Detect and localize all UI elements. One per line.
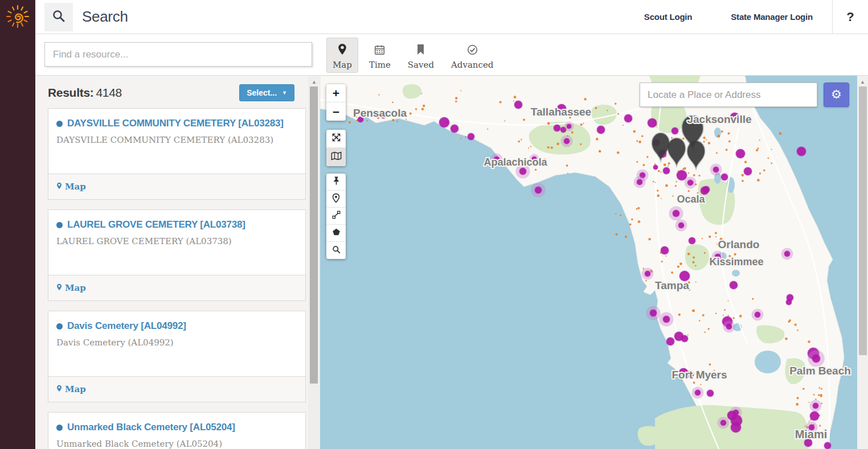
results-count: Results:4148: [48, 86, 122, 100]
city-label: Jacksonville: [687, 113, 751, 125]
expand-icon: [331, 133, 341, 145]
results-header: Results:4148 Select... ▼: [48, 84, 294, 101]
calendar-icon: [374, 42, 385, 55]
results-list: DAYSVILLE COMMUNITY CEMETERY [AL03283] D…: [48, 108, 306, 449]
tab-label: Map: [333, 60, 352, 70]
help-button[interactable]: ?: [833, 10, 868, 24]
result-card: LAUREL GROVE CEMETERY [AL03738] LAUREL G…: [48, 209, 306, 301]
tab-label: Advanced: [451, 60, 493, 70]
measure-icon: [332, 211, 341, 221]
folded-map-icon: [331, 151, 342, 163]
results-scrollbar-thumb[interactable]: [310, 86, 318, 384]
map-canvas[interactable]: PensacolaTallahasseeApalachicolaJacksonv…: [320, 76, 857, 449]
gear-icon: ⚙: [831, 89, 842, 101]
polygon-tool-button[interactable]: [326, 225, 346, 242]
tab-saved[interactable]: Saved: [402, 38, 440, 73]
map-control-group: [326, 174, 346, 259]
app-logo-sun-icon[interactable]: [5, 4, 30, 29]
result-title-link[interactable]: Davis Cemetery [AL04992]: [56, 320, 297, 332]
city-label: Orlando: [718, 238, 760, 250]
result-bullet-icon: [56, 222, 63, 228]
result-card-footer: Map: [48, 174, 306, 200]
result-subtitle: Davis Cemetery (AL04992): [56, 337, 297, 348]
result-card-footer: Map: [48, 376, 306, 402]
result-map-link[interactable]: Map: [56, 182, 86, 192]
scroll-up-arrow-icon[interactable]: ▲: [308, 76, 320, 85]
measure-tool-button[interactable]: [326, 208, 346, 225]
result-card: DAYSVILLE COMMUNITY CEMETERY [AL03283] D…: [48, 108, 306, 200]
caret-down-icon: ▼: [282, 90, 287, 96]
basemap-button[interactable]: [326, 148, 346, 166]
toolbar-row: Map Time Saved Advanced: [35, 34, 868, 76]
map-control-group: +−: [326, 84, 346, 121]
header-search-button[interactable]: [44, 3, 73, 31]
result-title-link[interactable]: LAUREL GROVE CEMETERY [AL03738]: [56, 219, 297, 230]
results-scrollbar[interactable]: ▲: [308, 76, 320, 449]
results-panel: Results:4148 Select... ▼ DAYSVILLE COMMU…: [35, 76, 308, 449]
zoom-in-button[interactable]: +: [326, 84, 346, 102]
result-subtitle: Unmarked Black Cemetery (AL05204): [56, 439, 297, 449]
result-bullet-icon: [56, 323, 63, 329]
app-root: Search Scout Login State Manager Login ?…: [0, 0, 868, 449]
locate-settings-button[interactable]: ⚙: [824, 83, 849, 107]
tab-label: Saved: [408, 60, 434, 70]
city-label: Fort Myers: [672, 369, 727, 381]
header-actions: Scout Login State Manager Login ?: [625, 0, 868, 34]
result-card-body: Unmarked Black Cemetery [AL05204] Unmark…: [48, 412, 306, 449]
city-label: Tampa: [655, 279, 689, 291]
result-title-link[interactable]: Unmarked Black Cemetery [AL05204]: [56, 422, 297, 433]
tab-label: Time: [369, 60, 391, 70]
result-map-link[interactable]: Map: [56, 283, 86, 293]
tab-map[interactable]: Map: [326, 38, 358, 73]
pushpin-tool-button[interactable]: [326, 174, 346, 191]
zoom-out-button[interactable]: −: [326, 102, 346, 121]
magnifier-small-icon: [332, 245, 341, 256]
check-circle-icon: [467, 42, 478, 55]
view-tabs: Map Time Saved Advanced: [326, 38, 499, 73]
find-resource-input[interactable]: [44, 42, 312, 67]
city-label: Palm Beach: [789, 365, 851, 377]
tab-time[interactable]: Time: [363, 38, 397, 73]
search-area-button[interactable]: [326, 242, 346, 259]
city-label: Pensacola: [353, 107, 407, 119]
city-label: Kissimmee: [709, 256, 763, 267]
result-map-link[interactable]: Map: [56, 384, 86, 394]
result-title-link[interactable]: DAYSVILLE COMMUNITY CEMETERY [AL03283]: [56, 118, 297, 129]
scout-login-link[interactable]: Scout Login: [625, 12, 711, 22]
result-card-body: LAUREL GROVE CEMETERY [AL03738] LAUREL G…: [48, 209, 306, 275]
search-icon: [52, 9, 65, 25]
select-button[interactable]: Select... ▼: [239, 84, 294, 101]
map-control-group: [326, 130, 346, 166]
map-pin-icon: [56, 182, 62, 192]
pushpin-icon: [332, 176, 341, 188]
result-card-footer: Map: [48, 275, 306, 301]
map-pin-icon: [56, 384, 62, 394]
page-scrollbar-thumb[interactable]: [859, 86, 867, 355]
fullscreen-button[interactable]: [326, 130, 346, 148]
city-label: Apalachicola: [484, 156, 547, 168]
locate-place-input[interactable]: [640, 83, 817, 107]
tab-advanced[interactable]: Advanced: [445, 38, 499, 73]
page-scrollbar[interactable]: ▲: [857, 76, 868, 449]
city-label: Tallahassee: [531, 106, 591, 118]
app-sidebar: [0, 0, 35, 449]
result-subtitle: DAYSVILLE COMMUNITY CEMETERY (AL03283): [56, 135, 297, 145]
bookmark-icon: [416, 42, 425, 55]
result-bullet-icon: [56, 425, 63, 431]
marker-tool-button[interactable]: [326, 191, 346, 208]
result-card-body: Davis Cemetery [AL04992] Davis Cemetery …: [48, 311, 306, 376]
city-label: Miami: [795, 428, 828, 440]
top-header: Search Scout Login State Manager Login ?: [35, 0, 868, 34]
result-card-body: DAYSVILLE COMMUNITY CEMETERY [AL03283] D…: [48, 108, 306, 174]
result-card: Unmarked Black Cemetery [AL05204] Unmark…: [48, 412, 306, 449]
polygon-icon: [332, 228, 341, 238]
map-graphic: PensacolaTallahasseeApalachicolaJacksonv…: [320, 76, 857, 449]
result-card: Davis Cemetery [AL04992] Davis Cemetery …: [48, 311, 306, 402]
scroll-up-arrow-icon[interactable]: ▲: [857, 76, 868, 85]
map-pin-icon: [56, 283, 62, 293]
state-manager-login-link[interactable]: State Manager Login: [711, 12, 832, 22]
marker-icon: [332, 193, 340, 205]
page-title: Search: [82, 8, 128, 26]
map-pin-icon: [338, 42, 347, 55]
result-subtitle: LAUREL GROVE CEMETERY (AL03738): [56, 236, 297, 246]
